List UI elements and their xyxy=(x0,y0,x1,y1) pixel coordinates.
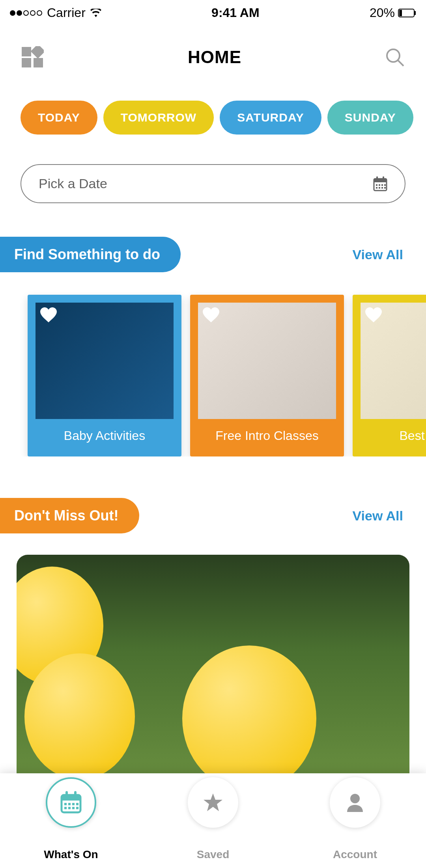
nav-account[interactable]: Account xyxy=(285,801,425,861)
nav-whats-on[interactable]: What's On xyxy=(1,801,141,861)
card-image xyxy=(36,303,174,419)
nav-label: Account xyxy=(333,848,377,861)
svg-rect-20 xyxy=(384,187,386,189)
svg-rect-16 xyxy=(384,184,386,186)
svg-rect-6 xyxy=(31,46,44,58)
svg-rect-24 xyxy=(74,791,77,797)
svg-rect-4 xyxy=(34,58,43,67)
card-title: Baby Activities xyxy=(36,428,174,443)
day-chips-row[interactable]: TODAY TOMORROW SATURDAY SUNDAY xyxy=(0,91,426,144)
card-title: Best of the xyxy=(361,428,426,443)
page-title: HOME xyxy=(188,47,241,67)
nav-circle-whats-on xyxy=(46,777,96,828)
svg-rect-27 xyxy=(72,803,75,805)
svg-rect-15 xyxy=(381,184,383,186)
section-find: Find Something to do View All xyxy=(0,237,426,272)
hero-image[interactable] xyxy=(17,555,409,791)
activity-card[interactable]: Best of the xyxy=(353,295,426,456)
svg-rect-30 xyxy=(68,807,71,809)
svg-rect-25 xyxy=(64,803,67,805)
view-all-find-link[interactable]: View All xyxy=(353,247,404,262)
card-image xyxy=(198,303,336,419)
star-icon xyxy=(204,793,222,812)
day-chip-tomorrow[interactable]: TOMORROW xyxy=(103,101,214,135)
svg-rect-10 xyxy=(374,179,387,182)
activity-card[interactable]: Free Intro Classes xyxy=(190,295,344,456)
carrier-label: Carrier xyxy=(47,6,86,20)
status-time: 9:41 AM xyxy=(211,6,260,20)
calendar-icon xyxy=(60,791,82,814)
day-chip-today[interactable]: TODAY xyxy=(21,101,97,135)
svg-line-8 xyxy=(398,60,404,66)
svg-rect-28 xyxy=(76,803,78,805)
view-all-dont-miss-link[interactable]: View All xyxy=(353,508,404,524)
day-chip-saturday[interactable]: SATURDAY xyxy=(220,101,321,135)
svg-rect-26 xyxy=(68,803,71,805)
heart-icon[interactable] xyxy=(40,307,57,322)
nav-label: Saved xyxy=(197,848,230,861)
svg-rect-3 xyxy=(22,47,31,56)
svg-rect-17 xyxy=(376,187,377,189)
svg-point-7 xyxy=(387,49,400,62)
status-right: 20% xyxy=(370,6,416,20)
nav-circle-account xyxy=(330,777,380,828)
svg-rect-5 xyxy=(22,58,31,67)
date-picker-placeholder: Pick a Date xyxy=(39,176,107,191)
svg-rect-13 xyxy=(376,184,377,186)
svg-rect-32 xyxy=(76,807,78,809)
section-find-title: Find Something to do xyxy=(0,237,181,272)
activity-cards-row[interactable]: Baby Activities Free Intro Classes Best … xyxy=(0,272,426,456)
nav-circle-saved xyxy=(188,777,238,828)
section-dont-miss: Don't Miss Out! View All xyxy=(0,498,426,533)
svg-rect-18 xyxy=(379,187,380,189)
svg-rect-11 xyxy=(376,176,378,180)
menu-logo-icon[interactable] xyxy=(22,46,44,68)
card-image xyxy=(361,303,426,419)
card-title: Free Intro Classes xyxy=(198,428,336,443)
svg-rect-2 xyxy=(415,11,416,15)
day-chip-sunday[interactable]: SUNDAY xyxy=(327,101,413,135)
svg-rect-29 xyxy=(64,807,67,809)
svg-rect-12 xyxy=(383,176,384,180)
battery-icon xyxy=(398,9,416,17)
search-icon[interactable] xyxy=(385,48,404,67)
wifi-icon xyxy=(90,9,101,17)
battery-percent: 20% xyxy=(370,6,395,20)
app-header: HOME xyxy=(0,24,426,91)
status-bar: Carrier 9:41 AM 20% xyxy=(0,0,426,24)
heart-icon[interactable] xyxy=(365,307,382,322)
date-picker[interactable]: Pick a Date xyxy=(21,164,405,203)
calendar-icon xyxy=(373,176,387,191)
svg-point-33 xyxy=(350,794,360,803)
nav-label: What's On xyxy=(44,848,98,861)
svg-rect-22 xyxy=(62,795,80,801)
svg-rect-31 xyxy=(72,807,75,809)
person-icon xyxy=(346,793,364,812)
bottom-nav: What's On Saved Account xyxy=(0,773,426,868)
heart-icon[interactable] xyxy=(203,307,219,322)
signal-dots-icon xyxy=(10,10,42,16)
status-left: Carrier xyxy=(10,6,101,20)
svg-rect-19 xyxy=(381,187,383,189)
activity-card[interactable]: Baby Activities xyxy=(28,295,181,456)
svg-rect-23 xyxy=(65,791,68,797)
svg-rect-14 xyxy=(379,184,380,186)
svg-rect-1 xyxy=(399,10,402,16)
nav-saved[interactable]: Saved xyxy=(143,801,283,861)
section-dont-miss-title: Don't Miss Out! xyxy=(0,498,139,533)
